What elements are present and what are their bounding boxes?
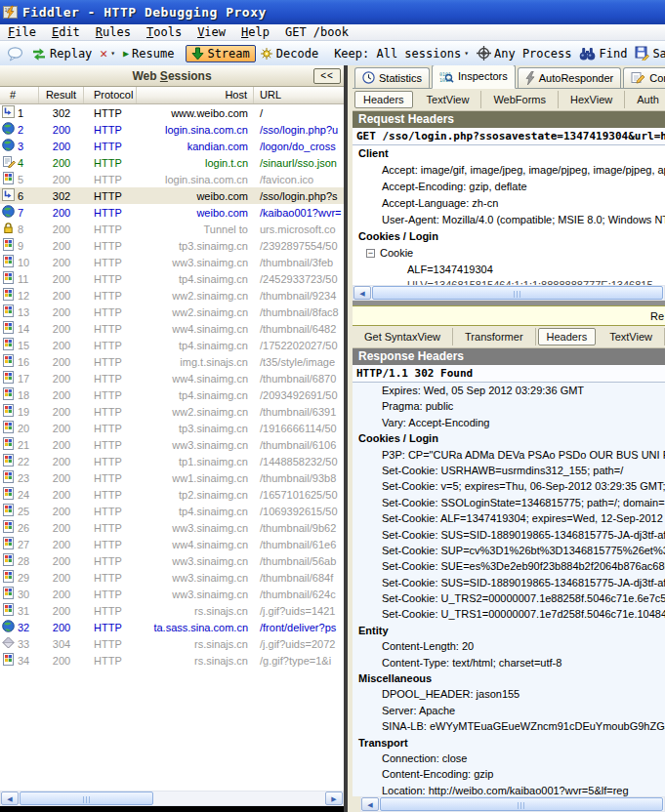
save-button[interactable]: Save <box>631 44 665 62</box>
session-row-10[interactable]: 10200HTTPww3.sinaimg.cn/thumbnail/3feb <box>0 254 344 270</box>
session-row-4[interactable]: 4200HTTPlogin.t.cn/sinaurl/sso.json <box>0 154 344 171</box>
column-header-protocol[interactable]: Protocol <box>84 87 137 103</box>
session-row-21[interactable]: 21200HTTPww3.sinaimg.cn/thumbnail/6106 <box>0 436 344 453</box>
session-number: 3 <box>18 141 39 152</box>
scroll-left-button[interactable]: ◀ <box>353 286 371 300</box>
session-row-22[interactable]: 22200HTTPtp1.sinaimg.cn/1448858232/50 <box>0 453 344 469</box>
session-row-9[interactable]: 9200HTTPtp3.sinaimg.cn/2392897554/50 <box>0 237 344 254</box>
stream-toggle[interactable]: Stream <box>186 45 255 62</box>
session-row-19[interactable]: 19200HTTPww2.sinaimg.cn/thumbnail/6391 <box>0 403 344 420</box>
tab-inspectors[interactable]: 01011010Inspectors <box>432 65 516 89</box>
session-row-7[interactable]: 7200HTTPweibo.com/kaibao001?wvr= <box>0 204 344 221</box>
remove-sessions-button[interactable]: ✕▾ <box>96 44 119 62</box>
session-row-26[interactable]: 26200HTTPww3.sinaimg.cn/thumbnail/9b62 <box>0 519 344 536</box>
session-list-empty-area <box>0 669 344 791</box>
request-tab-auth[interactable]: Auth <box>625 91 665 108</box>
session-row-15[interactable]: 15200HTTPtp4.sinaimg.cn/1752202027/50 <box>0 337 344 353</box>
column-header-num[interactable]: # <box>0 87 39 103</box>
session-row-3[interactable]: 3200HTTPkandian.com/logon/do_cross <box>0 138 344 154</box>
session-row-29[interactable]: 29200HTTPww3.sinaimg.cn/thumbnail/684f <box>0 569 344 586</box>
protocol: HTTP <box>84 373 137 385</box>
url: /thumbnail/6870 <box>254 373 344 385</box>
tab-comp[interactable]: Comp <box>623 67 665 88</box>
scroll-right-button[interactable]: ▶ <box>325 792 343 805</box>
decode-toggle[interactable]: Decode <box>256 45 322 62</box>
title-bar: 101 Fiddler - HTTP Debugging Proxy <box>0 0 665 24</box>
tab-autoresponder[interactable]: AutoResponder <box>518 67 621 88</box>
request-tab-hexview[interactable]: HexView <box>559 91 625 108</box>
scroll-thumb[interactable] <box>20 792 153 805</box>
session-row-13[interactable]: 13200HTTPww2.sinaimg.cn/thumbnail/8fac8 <box>0 304 344 320</box>
resume-button[interactable]: ▶Resume <box>119 45 178 62</box>
protocol: HTTP <box>84 439 137 451</box>
session-row-8[interactable]: 8200HTTPTunnel tours.microsoft.co <box>0 221 344 237</box>
response-tab-headers[interactable]: Headers <box>538 328 597 345</box>
scroll-track[interactable] <box>154 792 325 805</box>
session-row-30[interactable]: 30200HTTPww3.sinaimg.cn/thumbnail/624c <box>0 586 344 602</box>
comment-button[interactable] <box>3 44 27 63</box>
column-header-host[interactable]: Host <box>137 87 254 103</box>
request-tab-webforms[interactable]: WebForms <box>481 91 559 108</box>
scroll-thumb[interactable] <box>380 797 663 811</box>
menu-item-file[interactable]: File <box>0 25 44 39</box>
toolbar-label: Stream <box>207 47 249 61</box>
collapse-sessions-button[interactable]: << <box>313 68 341 84</box>
response-tab-get-syntaxview[interactable]: Get SyntaxView <box>353 328 453 345</box>
session-row-2[interactable]: 2200HTTPlogin.sina.com.cn/sso/login.php?… <box>0 121 344 138</box>
session-row-12[interactable]: 12200HTTPww2.sinaimg.cn/thumbnail/9234 <box>0 287 344 304</box>
session-row-14[interactable]: 14200HTTPww4.sinaimg.cn/thumbnail/6482 <box>0 320 344 337</box>
replay-button[interactable]: Replay <box>27 44 96 62</box>
session-row-17[interactable]: 17200HTTPww4.sinaimg.cn/thumbnail/6870 <box>0 370 344 386</box>
menu-item-edit[interactable]: Edit <box>44 25 88 39</box>
menu-item-help[interactable]: Help <box>233 25 277 39</box>
find-button[interactable]: Find <box>575 45 631 62</box>
window-bottom-edge <box>0 806 344 812</box>
response-encoding-notification[interactable]: Re <box>353 305 665 326</box>
scroll-left-button[interactable]: ◀ <box>361 797 379 811</box>
session-row-18[interactable]: 18200HTTPtp4.sinaimg.cn/2093492691/50 <box>0 386 344 403</box>
response-tab-textview[interactable]: TextView <box>598 328 665 345</box>
url: /j.gif?uids=1421 <box>254 605 344 617</box>
session-row-16[interactable]: 16200HTTPimg.t.sinajs.cn/t35/style/image <box>0 353 344 370</box>
header-line: Accept-Encoding: gzip, deflate <box>353 179 665 195</box>
menu-item-rules[interactable]: Rules <box>88 25 139 39</box>
session-row-31[interactable]: 31200HTTPrs.sinajs.cn/j.gif?uids=1421 <box>0 602 344 619</box>
column-header-result[interactable]: Result <box>39 87 84 103</box>
session-row-24[interactable]: 24200HTTPtp2.sinaimg.cn/1657101625/50 <box>0 486 344 503</box>
tab-label: Statistics <box>379 72 422 84</box>
tab-statistics[interactable]: Statistics <box>354 67 430 88</box>
response-horizontal-scrollbar[interactable]: ◀ <box>360 796 665 812</box>
session-number: 10 <box>18 257 39 268</box>
session-row-5[interactable]: 5200HTTPlogin.sina.com.cn/favicon.ico <box>0 171 344 187</box>
menu-item-view[interactable]: View <box>189 25 233 39</box>
session-row-11[interactable]: 11200HTTPtp4.sinaimg.cn/2452933723/50 <box>0 270 344 287</box>
session-row-32[interactable]: 32200HTTPta.sass.sina.com.cn/front/deliv… <box>0 619 344 635</box>
scroll-left-button[interactable]: ◀ <box>1 792 19 805</box>
session-row-28[interactable]: 28200HTTPww3.sinaimg.cn/thumbnail/56ab <box>0 552 344 569</box>
request-line: GET /sso/login.php?ssosavestate=13474193… <box>353 128 665 145</box>
session-row-27[interactable]: 27200HTTPww4.sinaimg.cn/thumbnail/61e6 <box>0 536 344 552</box>
menu-item-get-book[interactable]: GET /book <box>277 25 356 39</box>
keep-sessions-dropdown[interactable]: Keep: All sessions▾ <box>330 45 473 62</box>
header-section-title: Cookies / Login <box>353 228 665 245</box>
session-row-20[interactable]: 20200HTTPtp3.sinaimg.cn/1916666114/50 <box>0 420 344 436</box>
session-row-23[interactable]: 23200HTTPww1.sinaimg.cn/thumbnail/93b8 <box>0 469 344 486</box>
session-row-1[interactable]: 1302HTTPwww.weibo.com/ <box>0 104 344 121</box>
request-horizontal-scrollbar[interactable]: ◀ <box>353 285 665 301</box>
session-row-25[interactable]: 25200HTTPtp4.sinaimg.cn/1069392615/50 <box>0 503 344 519</box>
session-row-6[interactable]: 6302HTTPweibo.com/sso/login.php?s <box>0 187 344 204</box>
session-globe-icon <box>2 139 15 151</box>
scroll-thumb[interactable] <box>372 286 663 300</box>
column-header-url[interactable]: URL <box>254 87 344 103</box>
any-process-button[interactable]: Any Process <box>473 44 575 62</box>
session-row-33[interactable]: 33304HTTPrs.sinajs.cn/j.gif?uids=2072 <box>0 635 344 652</box>
menu-item-tools[interactable]: Tools <box>139 25 189 39</box>
request-tab-headers[interactable]: Headers <box>354 91 413 108</box>
collapse-toggle-icon[interactable]: − <box>366 249 375 258</box>
session-row-34[interactable]: 34200HTTPrs.sinajs.cn/g.gif?type=1&i <box>0 652 344 669</box>
result-code: 200 <box>39 472 84 484</box>
sessions-horizontal-scrollbar[interactable]: ◀ ▶ <box>0 791 344 806</box>
response-tab-transformer[interactable]: Transformer <box>453 328 536 345</box>
result-code: 200 <box>39 174 84 185</box>
request-tab-textview[interactable]: TextView <box>415 91 482 108</box>
